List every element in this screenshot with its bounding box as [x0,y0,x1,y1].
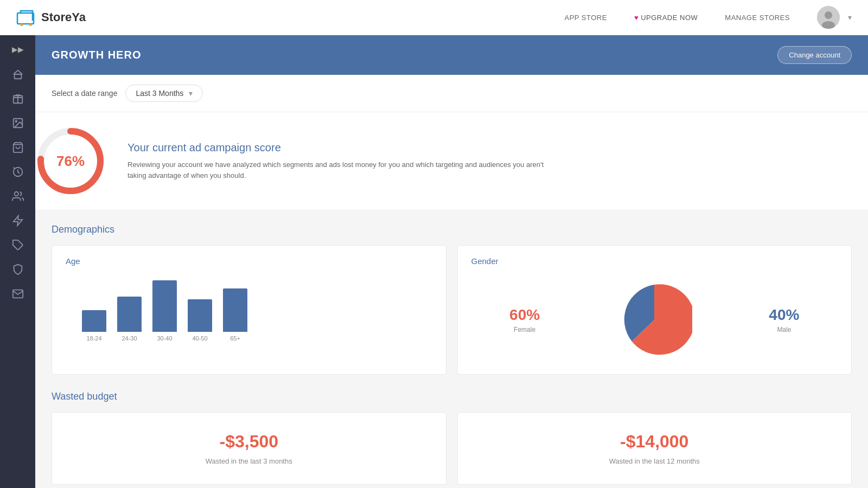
male-percentage: 40% [769,306,799,324]
sidebar-item-bag[interactable] [7,137,29,158]
manage-stores-link[interactable]: MANAGE STORES [725,14,790,22]
wasted-amount-3months: -$3,500 [66,432,432,452]
demographics-title: Demographics [52,224,852,235]
svg-point-4 [825,11,832,19]
female-percentage: 60% [509,306,540,324]
bar-group-30-40: 30-40 [152,280,177,342]
sidebar-item-people[interactable] [7,185,29,207]
chevron-down-icon: ▾ [189,89,193,98]
logo-area: StoreYa [16,9,564,26]
sidebar-item-shield[interactable] [7,259,29,280]
female-stat: 60% Female [509,306,540,333]
sidebar-item-home[interactable] [7,63,29,85]
date-range-section: Select a date range Last 3 Months ▾ [35,75,868,112]
sidebar-item-mail[interactable] [7,283,29,305]
change-account-button[interactable]: Change account [777,46,852,64]
bar-label-40-50: 40-50 [192,335,207,342]
bar-label-24-30: 24-30 [122,335,137,342]
bar-18-24 [82,310,106,332]
svg-rect-0 [17,13,34,24]
bar-group-40-50: 40-50 [188,299,212,342]
wasted-amount-12months: -$14,000 [471,432,838,452]
svg-marker-15 [13,216,22,226]
bar-label-18-24: 18-24 [86,335,101,342]
bar-group-18-24: 18-24 [82,310,106,342]
wasted-card-12months: -$14,000 Wasted in the last 12 months [457,412,852,485]
account-dropdown-arrow[interactable]: ▾ [848,13,852,22]
score-description: Reviewing your account we have analyzed … [127,159,561,181]
wasted-cards: -$3,500 Wasted in the last 3 months -$14… [52,412,852,485]
charts-row: Age 18-24 24-30 30-40 [52,245,852,375]
date-range-dropdown[interactable]: Last 3 Months ▾ [125,85,203,102]
sidebar-item-history[interactable] [7,161,29,183]
sidebar-item-bolt[interactable] [7,210,29,232]
wasted-budget-section: Wasted budget -$3,500 Wasted in the last… [52,391,852,485]
sidebar-item-image[interactable] [7,112,29,134]
app-store-link[interactable]: APP STORE [564,14,607,22]
sidebar-item-tag[interactable] [7,234,29,256]
bar-group-65-plus: 65+ [223,288,247,342]
logo-text: StoreYa [41,10,86,24]
sidebar: ▶▶ [0,35,35,488]
nav-right: ▾ [817,6,852,29]
bar-40-50 [188,299,212,332]
gender-chart-title: Gender [471,256,838,266]
age-bar-chart: 18-24 24-30 30-40 40-50 [66,277,432,342]
female-label: Female [509,326,540,333]
bar-group-24-30: 24-30 [117,297,142,342]
app-body: ▶▶ [0,35,868,488]
upgrade-link[interactable]: ♥UPGRADE NOW [634,14,698,22]
bar-30-40 [152,280,177,332]
sidebar-toggle[interactable]: ▶▶ [8,41,28,58]
logo-icon [16,9,37,26]
date-range-value: Last 3 Months [136,89,183,98]
bar-label-65-plus: 65+ [230,335,240,342]
bar-label-30-40: 30-40 [157,335,172,342]
age-chart-title: Age [66,256,432,266]
score-value: 76% [56,153,85,170]
age-chart-card: Age 18-24 24-30 30-40 [52,245,446,375]
svg-point-14 [14,192,18,196]
svg-rect-6 [14,74,21,79]
gender-content: 60% Female 40% M [471,277,838,363]
sidebar-item-gift[interactable] [7,88,29,110]
nav-links: APP STORE ♥UPGRADE NOW MANAGE STORES [564,14,790,22]
main-content: GROWTH HERO Change account Select a date… [35,35,868,488]
bar-65-plus [223,288,247,332]
wasted-card-3months: -$3,500 Wasted in the last 3 months [52,412,446,485]
date-range-label: Select a date range [52,89,117,98]
score-info: Your current ad campaign score Reviewing… [127,142,561,181]
header-bar: GROWTH HERO Change account [35,35,868,75]
gender-chart-card: Gender 60% Female [457,245,852,375]
svg-point-11 [15,120,17,122]
inner-page: Demographics Age 18-24 24-30 [35,210,868,488]
male-label: Male [769,326,799,333]
top-nav: StoreYa APP STORE ♥UPGRADE NOW MANAGE ST… [0,0,868,35]
page-title: GROWTH HERO [52,49,141,61]
wasted-budget-title: Wasted budget [52,391,852,402]
score-section: 76% Your current ad campaign score Revie… [35,112,868,210]
avatar[interactable] [817,6,840,29]
score-ring: 76% [35,126,106,196]
score-title: Your current ad campaign score [127,142,561,154]
male-stat: 40% Male [769,306,799,333]
wasted-desc-12months: Wasted in the last 12 months [471,457,838,465]
bar-24-30 [117,297,142,332]
gender-pie-chart [616,282,692,358]
wasted-desc-3months: Wasted in the last 3 months [66,457,432,465]
heart-icon: ♥ [634,14,639,22]
